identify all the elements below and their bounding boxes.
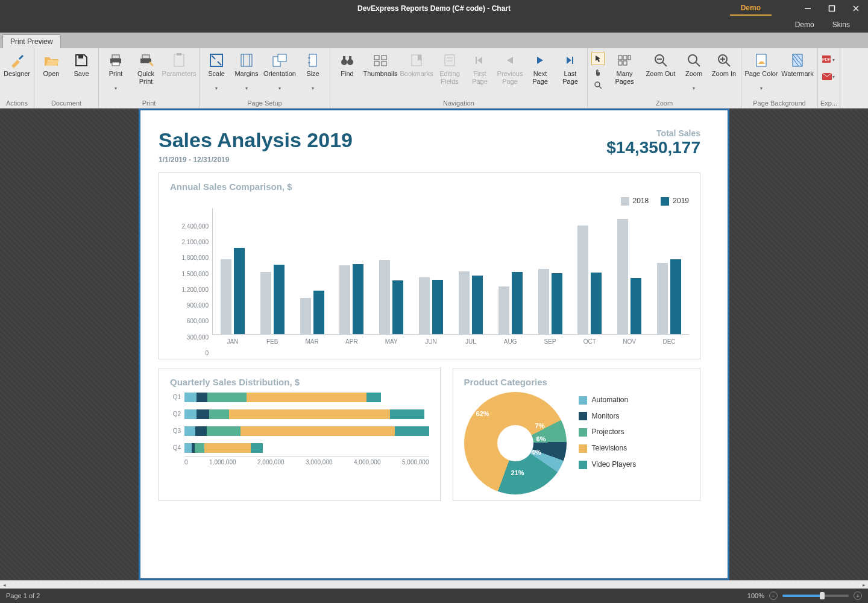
export-button[interactable]: PDF▾ xyxy=(822,53,835,66)
scale-icon xyxy=(208,52,225,69)
bookmarks-button[interactable]: Bookmarks xyxy=(399,49,434,86)
zoom-icon xyxy=(685,52,702,69)
minimize-button[interactable] xyxy=(796,0,820,17)
page-size-icon xyxy=(304,52,321,69)
svg-rect-1 xyxy=(829,6,835,11)
svg-rect-28 xyxy=(445,55,454,66)
group-zoom-label: Zoom xyxy=(590,99,738,108)
legend-label-video: Video Players xyxy=(592,460,637,469)
svg-rect-21 xyxy=(343,56,345,60)
quick-print-icon xyxy=(137,52,154,69)
margins-button[interactable]: Margins▾ xyxy=(232,49,261,91)
pointer-tool-button[interactable] xyxy=(591,52,605,65)
hand-tool-button[interactable] xyxy=(591,65,605,78)
watermark-button[interactable]: Watermark xyxy=(780,49,815,86)
svg-rect-18 xyxy=(309,54,316,66)
annual-chart-title: Annual Sales Comparison, $ xyxy=(170,182,689,192)
tab-print-preview[interactable]: Print Preview xyxy=(2,34,61,48)
thumbnails-icon xyxy=(372,52,389,69)
svg-rect-7 xyxy=(112,62,119,66)
parameters-button[interactable]: Parameters xyxy=(162,49,197,86)
group-navigation-label: Navigation xyxy=(333,99,585,108)
svg-rect-22 xyxy=(349,56,351,60)
last-page-button[interactable]: Last Page xyxy=(556,49,585,86)
zoom-in-button[interactable]: Zoom In xyxy=(709,49,738,86)
total-sales-label: Total Sales xyxy=(606,128,700,138)
editing-icon xyxy=(441,52,458,69)
categories-chart-title: Product Categories xyxy=(464,377,689,387)
tab-skins[interactable]: Skins xyxy=(832,21,850,29)
legend-swatch-video xyxy=(579,461,587,469)
svg-line-44 xyxy=(696,62,700,66)
first-page-button[interactable]: First Page xyxy=(465,49,494,86)
svg-rect-25 xyxy=(374,62,379,66)
save-button[interactable]: Save xyxy=(67,49,96,86)
size-button[interactable]: Size▾ xyxy=(298,49,327,91)
designer-button[interactable]: Designer xyxy=(2,49,31,86)
group-pagesetup-label: Page Setup xyxy=(202,99,327,108)
zoom-minus-button[interactable]: − xyxy=(769,592,778,600)
demo-pill[interactable]: Demo xyxy=(730,1,772,16)
quarterly-bar-chart: Q1Q2Q3Q401,000,0002,000,0003,000,0004,00… xyxy=(170,392,429,466)
svg-rect-38 xyxy=(618,61,622,65)
group-actions-label: Actions xyxy=(2,99,31,108)
find-button[interactable]: Find xyxy=(333,49,362,86)
many-pages-button[interactable]: Many Pages xyxy=(607,49,642,86)
zoom-plus-button[interactable]: + xyxy=(854,592,862,600)
maximize-button[interactable] xyxy=(820,0,844,17)
legend-label-televisions: Televisions xyxy=(592,444,627,452)
folder-open-icon xyxy=(43,52,60,69)
margins-icon xyxy=(238,52,255,69)
send-button[interactable]: ▾ xyxy=(822,70,835,83)
last-page-icon xyxy=(562,52,579,69)
ribbon-tabstrip: Print Preview xyxy=(0,33,868,48)
page-color-icon xyxy=(753,52,770,69)
legend-swatch-monitors xyxy=(579,412,587,420)
quarterly-chart-title: Quarterly Sales Distribution, $ xyxy=(170,377,429,387)
window-title: DevExpress Reports Demo (C# code) - Char… xyxy=(357,4,511,13)
quick-print-button[interactable]: Quick Print xyxy=(131,49,160,86)
annual-bar-chart: 0300,000600,000900,0001,200,0001,500,000… xyxy=(170,208,689,353)
quarterly-chart-panel: Quarterly Sales Distribution, $ Q1Q2Q3Q4… xyxy=(159,368,441,501)
svg-rect-36 xyxy=(623,55,627,60)
svg-rect-39 xyxy=(623,61,627,65)
svg-rect-31 xyxy=(476,57,477,64)
close-button[interactable] xyxy=(844,0,868,17)
group-export-label: Exp... xyxy=(820,99,837,108)
magnifier-tool-button[interactable] xyxy=(591,78,605,92)
zoom-slider[interactable] xyxy=(782,595,849,597)
horizontal-scrollbar[interactable]: ◂ ▸ xyxy=(0,580,868,589)
group-document-label: Document xyxy=(37,99,96,108)
editing-fields-button[interactable]: Editing Fields xyxy=(435,49,464,86)
svg-rect-17 xyxy=(278,54,286,62)
categories-donut-chart: 62%7%6%4%21% xyxy=(464,392,567,494)
svg-rect-9 xyxy=(142,55,149,58)
total-sales-value: $14,350,177 xyxy=(606,138,700,157)
tab-demo[interactable]: Demo xyxy=(795,21,814,29)
watermark-icon xyxy=(789,52,806,69)
svg-rect-23 xyxy=(374,55,379,60)
svg-point-33 xyxy=(595,82,600,87)
svg-rect-4 xyxy=(78,55,83,58)
print-button[interactable]: Print▾ xyxy=(101,49,130,91)
zoom-out-button[interactable]: Zoom Out xyxy=(643,49,678,86)
scale-button[interactable]: Scale▾ xyxy=(202,49,231,91)
annual-legend: 2018 2019 xyxy=(170,197,689,206)
categories-chart-panel: Product Categories 62%7%6%4%21% Automati… xyxy=(453,368,700,501)
scroll-left-arrow[interactable]: ◂ xyxy=(0,582,8,588)
zoom-button[interactable]: Zoom▾ xyxy=(679,49,708,91)
sub-bar: Demo Skins xyxy=(0,17,868,33)
svg-rect-11 xyxy=(177,53,181,55)
save-icon xyxy=(73,52,90,69)
orientation-button[interactable]: Orientation▾ xyxy=(262,49,297,91)
svg-line-34 xyxy=(599,86,602,89)
open-button[interactable]: Open xyxy=(37,49,66,86)
thumbnails-button[interactable]: Thumbnails xyxy=(363,49,398,86)
status-bar: Page 1 of 2 100% − + xyxy=(0,589,868,603)
scroll-right-arrow[interactable]: ▸ xyxy=(860,582,868,588)
page-color-button[interactable]: Page Color▾ xyxy=(744,49,779,91)
annual-chart-panel: Annual Sales Comparison, $ 2018 2019 030… xyxy=(159,172,700,359)
parameters-icon xyxy=(171,52,187,69)
prev-page-button[interactable]: Previous Page xyxy=(495,49,524,86)
next-page-button[interactable]: Next Page xyxy=(526,49,555,86)
